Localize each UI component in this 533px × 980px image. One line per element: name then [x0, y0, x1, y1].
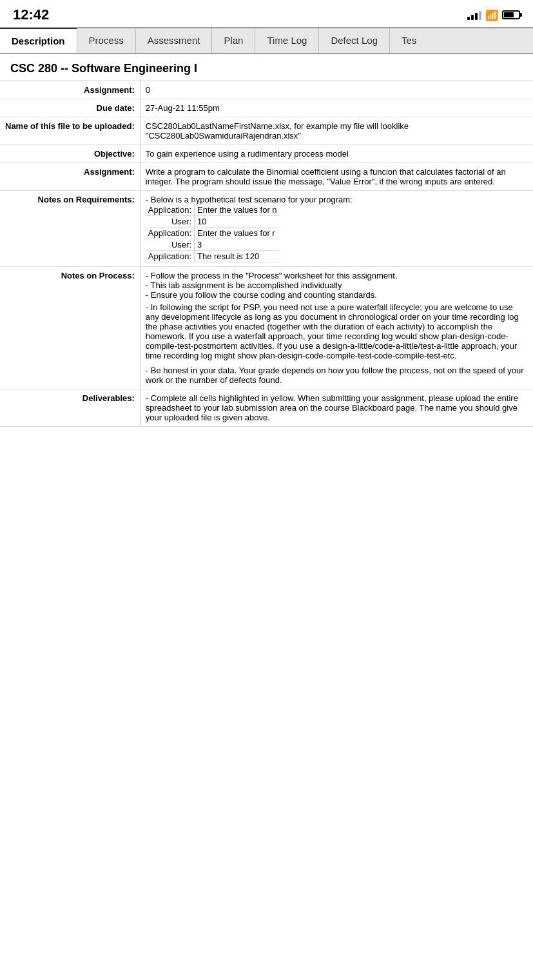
- status-time: 12:42: [13, 6, 49, 23]
- notes-requirements-row: Notes on Requirements: - Below is a hypo…: [0, 191, 533, 267]
- notes-process-line-4: - Be honest in your data. Your grade dep…: [146, 366, 528, 385]
- req-val-2: Enter the values for r: [195, 228, 280, 239]
- status-bar: 12:42 📶: [0, 0, 533, 27]
- content-table: Assignment: 0 Due date: 27-Aug-21 11:55p…: [0, 81, 533, 427]
- assignment-desc-row: Assignment: Write a program to calculate…: [0, 163, 533, 191]
- due-date-value: 27-Aug-21 11:55pm: [140, 99, 533, 117]
- tab-plan[interactable]: Plan: [212, 28, 255, 53]
- req-row-3: User: 3: [146, 239, 280, 251]
- assignment-desc-value: Write a program to calculate the Binomia…: [140, 163, 533, 191]
- notes-process-line-0: - Follow the process in the "Process" wo…: [146, 271, 528, 280]
- assignment-row: Assignment: 0: [0, 81, 533, 99]
- tab-timelog[interactable]: Time Log: [255, 28, 319, 53]
- tab-test[interactable]: Tes: [390, 28, 428, 53]
- notes-process-row: Notes on Process: - Follow the process i…: [0, 267, 533, 389]
- req-label-1: User:: [146, 216, 195, 228]
- due-date-row: Due date: 27-Aug-21 11:55pm: [0, 99, 533, 117]
- assignment-desc-label: Assignment:: [0, 163, 140, 191]
- objective-row: Objective: To gain experience using a ru…: [0, 145, 533, 163]
- notes-process-label: Notes on Process:: [0, 267, 140, 389]
- status-icons: 📶: [467, 9, 520, 21]
- req-row-2: Application: Enter the values for r: [146, 228, 280, 239]
- assignment-label: Assignment:: [0, 81, 140, 99]
- tab-defectlog[interactable]: Defect Log: [319, 28, 390, 53]
- signal-icon: [467, 10, 481, 20]
- page-title: CSC 280 -- Software Engineering I: [0, 54, 533, 81]
- notes-process-value: - Follow the process in the "Process" wo…: [140, 267, 533, 389]
- file-name-label: Name of this file to be uploaded:: [0, 117, 140, 145]
- file-name-value: CSC280Lab0LastNameFirstName.xlsx, for ex…: [140, 117, 533, 145]
- objective-label: Objective:: [0, 145, 140, 163]
- req-val-4: The result is 120: [195, 251, 280, 262]
- notes-requirements-intro: - Below is a hypothetical test scenario …: [146, 195, 528, 204]
- deliverables-label: Deliverables:: [0, 389, 140, 427]
- file-name-row: Name of this file to be uploaded: CSC280…: [0, 117, 533, 145]
- notes-requirements-label: Notes on Requirements:: [0, 191, 140, 267]
- req-val-3: 3: [195, 239, 280, 251]
- req-label-3: User:: [146, 239, 195, 251]
- wifi-icon: 📶: [485, 9, 498, 21]
- req-row-4: Application: The result is 120: [146, 251, 280, 262]
- deliverables-row: Deliverables: - Complete all cells highl…: [0, 389, 533, 427]
- tab-process[interactable]: Process: [77, 28, 136, 53]
- req-label-4: Application:: [146, 251, 195, 262]
- req-val-0: Enter the values for n: [195, 204, 280, 216]
- req-row-1: User: 10: [146, 216, 280, 228]
- req-label-0: Application:: [146, 204, 195, 216]
- battery-icon: [502, 10, 520, 19]
- tab-description[interactable]: Description: [0, 27, 77, 53]
- objective-value: To gain experience using a rudimentary p…: [140, 145, 533, 163]
- requirements-inner-table: Application: Enter the values for n User…: [146, 204, 280, 262]
- notes-requirements-value: - Below is a hypothetical test scenario …: [140, 191, 533, 267]
- req-val-1: 10: [195, 216, 280, 228]
- tab-assessment[interactable]: Assessment: [136, 28, 213, 53]
- assignment-value: 0: [140, 81, 533, 99]
- notes-process-line-3: - In following the script for PSP, you n…: [146, 302, 528, 360]
- tab-bar: Description Process Assessment Plan Time…: [0, 27, 533, 54]
- due-date-label: Due date:: [0, 99, 140, 117]
- notes-process-line-1: - This lab assignment is be accomplished…: [146, 280, 528, 290]
- notes-process-line-2: - Ensure you follow the course coding an…: [146, 290, 528, 300]
- deliverables-value: - Complete all cells highlighted in yell…: [140, 389, 533, 427]
- req-label-2: Application:: [146, 228, 195, 239]
- req-row-0: Application: Enter the values for n: [146, 204, 280, 216]
